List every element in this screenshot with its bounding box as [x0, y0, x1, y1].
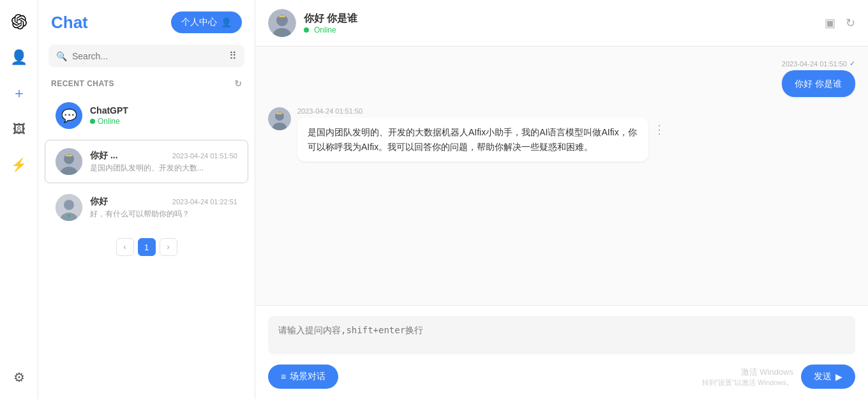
search-icon: 🔍 [56, 51, 67, 61]
header-status-dot [304, 27, 309, 33]
next-arrow-icon: › [167, 243, 170, 252]
message-input[interactable] [268, 316, 855, 354]
prev-page-button[interactable]: ‹ [116, 238, 134, 256]
third-chat-info: 你好 2023-04-24 01:22:51 好，有什么可以帮助你的吗？ [90, 196, 237, 220]
user-message-timestamp: 2023-04-24 01:51:50 ✓ [782, 59, 855, 68]
scene-dialog-button[interactable]: ≡ 场景对话 [268, 365, 338, 389]
message-more-icon[interactable]: ⋮ [654, 123, 665, 137]
bot-message-bubble: 是国内团队发明的、开发的大数据机器人AIfix小助手，我的AI语言模型叫做AIf… [297, 117, 648, 162]
chat-header: 你好 你是谁 Online ▣ ↻ [255, 0, 868, 47]
input-actions: ≡ 场景对话 激活 Windows 转到"设置"以激活 Windows。 发送 … [268, 365, 855, 389]
chat-header-info: 你好 你是谁 Online [304, 12, 817, 34]
add-icon[interactable]: ＋ [8, 82, 31, 105]
chatgpt-name: ChatGPT [90, 105, 128, 116]
third-chat-preview: 好，有什么可以帮助你的吗？ [90, 209, 237, 220]
chat-list-panel: Chat 个人中心 👤 🔍 ⠿ RECENT CHATS ↻ 💬 ChatGPT… [38, 0, 255, 399]
lightning-icon[interactable]: ⚡ [8, 153, 31, 176]
bot-message-timestamp: 2023-04-24 01:51:50 [297, 107, 855, 115]
app-title: Chat [51, 13, 88, 33]
monitor-icon[interactable]: ▣ [825, 16, 835, 30]
active-chat-name: 你好 ... [90, 150, 118, 162]
third-chat-name: 你好 [90, 196, 108, 207]
chat-header-status: Online [304, 26, 817, 34]
scene-icon: ≡ [281, 372, 286, 382]
header-status-text: Online [314, 26, 336, 34]
chat-header-actions: ▣ ↻ [825, 16, 855, 30]
scene-label: 场景对话 [290, 371, 326, 382]
search-input[interactable] [72, 51, 224, 61]
active-chat-preview: 是国内团队发明的、开发的大数... [90, 163, 237, 174]
chat-list-header: Chat 个人中心 👤 [38, 0, 255, 40]
chat-main: 你好 你是谁 Online ▣ ↻ 2023-04-24 01:51:50 ✓ … [255, 0, 868, 399]
chat-header-name: 你好 你是谁 [304, 12, 817, 26]
svg-rect-12 [279, 15, 285, 17]
personal-center-label: 个人中心 [181, 17, 217, 28]
chat-header-avatar [268, 9, 296, 37]
chatgpt-chat-info: ChatGPT Online [90, 105, 237, 126]
sidebar-icons: 👤 ＋ 🖼 ⚡ ⚙ [0, 0, 38, 399]
openai-logo-icon[interactable] [8, 10, 31, 33]
svg-point-6 [64, 200, 74, 210]
refresh-icon[interactable]: ↻ [234, 79, 243, 89]
gallery-icon[interactable]: 🖼 [8, 117, 31, 140]
svg-point-8 [68, 215, 70, 217]
svg-rect-16 [276, 112, 282, 114]
chatgpt-avatar: 💬 [56, 102, 82, 129]
page-1-button[interactable]: 1 [138, 238, 156, 256]
active-chat-time: 2023-04-24 01:51:50 [172, 152, 237, 160]
user-message-bubble: 你好 你是谁 [782, 70, 855, 97]
windows-watermark: 激活 Windows 转到"设置"以激活 Windows。 [702, 366, 794, 388]
third-chat-time: 2023-04-24 01:22:51 [172, 198, 237, 206]
chat-item-third[interactable]: 你好 2023-04-24 01:22:51 好，有什么可以帮助你的吗？ [45, 186, 248, 229]
message-tick-icon: ✓ [849, 59, 855, 68]
user-profile-icon[interactable]: 👤 [8, 46, 31, 69]
bot-message-content: 2023-04-24 01:51:50 是国内团队发明的、开发的大数据机器人AI… [297, 107, 855, 162]
pagination: ‹ 1 › [38, 230, 255, 264]
recent-chats-label: RECENT CHATS ↻ [38, 72, 255, 93]
chat-item-active[interactable]: 你好 ... 2023-04-24 01:51:50 是国内团队发明的、开发的大… [45, 140, 248, 183]
bot-message-avatar [268, 107, 291, 130]
bot-message-row: 2023-04-24 01:51:50 是国内团队发明的、开发的大数据机器人AI… [268, 107, 855, 162]
send-icon: ▶ [835, 372, 842, 382]
search-bar: 🔍 ⠿ [49, 45, 244, 67]
chat-item-chatgpt[interactable]: 💬 ChatGPT Online [45, 94, 248, 137]
third-chat-avatar [56, 194, 82, 221]
settings-icon[interactable]: ⚙ [8, 366, 31, 389]
active-chat-info: 你好 ... 2023-04-24 01:51:50 是国内团队发明的、开发的大… [90, 150, 237, 174]
grid-icon[interactable]: ⠿ [229, 50, 237, 62]
refresh-chat-icon[interactable]: ↻ [846, 16, 855, 30]
chatgpt-status: Online [98, 117, 120, 126]
send-button[interactable]: 发送 ▶ [801, 365, 855, 389]
active-chat-avatar [56, 148, 82, 175]
online-status-dot [90, 119, 95, 124]
send-label: 发送 [814, 371, 832, 382]
input-area: ≡ 场景对话 激活 Windows 转到"设置"以激活 Windows。 发送 … [255, 305, 868, 399]
user-message-content: 2023-04-24 01:51:50 ✓ 你好 你是谁 [782, 59, 855, 97]
messages-area: 2023-04-24 01:51:50 ✓ 你好 你是谁 2023-04-24 … [255, 47, 868, 305]
user-message-row: 2023-04-24 01:51:50 ✓ 你好 你是谁 [268, 59, 855, 97]
prev-arrow-icon: ‹ [124, 243, 126, 252]
svg-rect-3 [66, 154, 72, 156]
next-page-button[interactable]: › [160, 238, 177, 256]
personal-center-button[interactable]: 个人中心 👤 [171, 11, 242, 33]
person-icon: 👤 [221, 17, 232, 27]
